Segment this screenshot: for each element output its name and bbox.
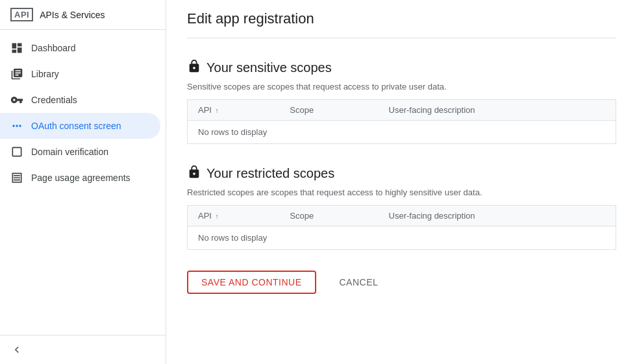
sensitive-col-scope: Scope: [279, 100, 378, 121]
sidebar-item-oauth-label: OAuth consent screen: [31, 121, 121, 131]
library-icon: [10, 67, 23, 80]
restricted-col-scope: Scope: [279, 206, 378, 226]
sort-api-icon[interactable]: ↑: [216, 107, 219, 114]
credentials-icon: [10, 93, 23, 106]
restricted-scopes-desc: Restricted scopes are scopes that reques…: [187, 188, 616, 197]
sidebar-item-dashboard[interactable]: Dashboard: [0, 35, 160, 61]
domain-icon: [10, 145, 23, 158]
svg-point-2: [19, 125, 21, 127]
sidebar-title: APIs & Services: [40, 10, 105, 20]
sensitive-lock-icon: [187, 59, 201, 77]
sidebar-header: API APIs & Services: [0, 0, 166, 30]
sidebar-item-page-usage[interactable]: Page usage agreements: [0, 165, 160, 191]
oauth-icon: [10, 119, 23, 132]
sensitive-empty-row: No rows to display: [188, 121, 616, 144]
page-title: Edit app registration: [187, 0, 616, 38]
save-and-continue-button[interactable]: SAVE AND CONTINUE: [187, 271, 316, 294]
sensitive-scopes-desc: Sensitive scopes are scopes that request…: [187, 82, 616, 91]
main-content: Edit app registration Your sensitive sco…: [166, 0, 637, 364]
dashboard-icon: [10, 42, 23, 55]
sidebar-item-library[interactable]: Library: [0, 61, 160, 87]
restricted-empty-message: No rows to display: [188, 226, 616, 250]
page-usage-icon: [10, 171, 23, 184]
svg-point-1: [12, 125, 14, 127]
restricted-scopes-table: API ↑ Scope User-facing description No r…: [187, 205, 616, 250]
sidebar-item-domain[interactable]: Domain verification: [0, 139, 160, 165]
sidebar-nav: Dashboard Library Credentials: [0, 30, 166, 335]
restricted-col-api: API ↑: [188, 206, 280, 226]
restricted-scopes-title: Your restricted scopes: [187, 165, 616, 182]
sidebar-item-credentials[interactable]: Credentials: [0, 87, 160, 113]
restricted-col-desc: User-facing description: [379, 206, 616, 226]
sensitive-empty-message: No rows to display: [188, 121, 616, 144]
sidebar-bottom: [0, 335, 166, 364]
cancel-button[interactable]: CANCEL: [327, 272, 392, 293]
sidebar-item-oauth[interactable]: OAuth consent screen: [0, 113, 160, 139]
sidebar-item-domain-label: Domain verification: [31, 147, 108, 157]
sensitive-scopes-title: Your sensitive scopes: [187, 59, 616, 77]
restricted-scopes-section: Your restricted scopes Restricted scopes…: [187, 165, 616, 250]
restricted-lock-icon: [187, 165, 201, 182]
sidebar: API APIs & Services Dashboard Library: [0, 0, 166, 364]
sort-restricted-api-icon[interactable]: ↑: [216, 213, 219, 220]
sidebar-item-page-usage-label: Page usage agreements: [31, 173, 131, 183]
button-row: SAVE AND CONTINUE CANCEL: [187, 271, 616, 294]
sidebar-item-library-label: Library: [31, 69, 59, 79]
sidebar-item-credentials-label: Credentials: [31, 95, 77, 105]
sidebar-item-dashboard-label: Dashboard: [31, 43, 76, 53]
api-logo: API: [10, 8, 33, 21]
sensitive-col-desc: User-facing description: [379, 100, 616, 121]
restricted-empty-row: No rows to display: [188, 226, 616, 250]
sensitive-scopes-section: Your sensitive scopes Sensitive scopes a…: [187, 59, 616, 144]
sensitive-col-api: API ↑: [188, 100, 280, 121]
collapse-button[interactable]: [10, 343, 155, 356]
sensitive-scopes-table: API ↑ Scope User-facing description No r…: [187, 99, 616, 144]
svg-point-0: [16, 125, 18, 127]
